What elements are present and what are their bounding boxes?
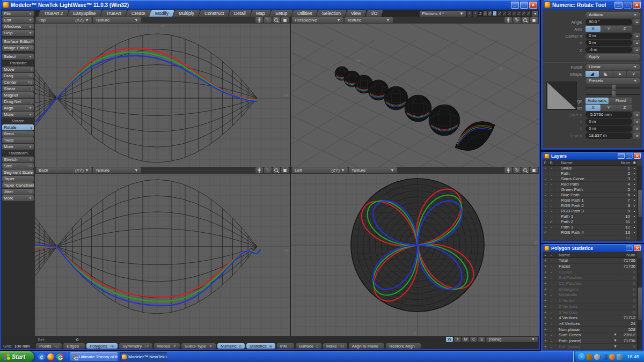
layer-box[interactable]	[488, 11, 492, 16]
menu-tab[interactable]: EasySpline	[67, 10, 101, 17]
layer-visibility-dot[interactable]: •	[632, 188, 637, 191]
col-background[interactable]: B	[548, 160, 554, 165]
fg-check[interactable]: -	[543, 171, 548, 176]
vmap-type-button[interactable]: S	[478, 337, 485, 342]
viewport-canvas-back[interactable]	[35, 174, 290, 336]
fg-check[interactable]: -	[543, 219, 548, 224]
view-type-dropdown[interactable]: Left(ZY) ▼	[292, 167, 348, 173]
select-minus-icon[interactable]: -	[548, 327, 554, 332]
layer-name[interactable]: RGB Path 2	[554, 203, 618, 208]
sidebar-menu[interactable]: Windows▼	[2, 24, 34, 29]
layer-row[interactable]: - - Sinus 1 •	[543, 166, 637, 171]
modeler-titlebar[interactable]: Modeler™ NewTek LightWave™ 11.0.3 (Win32…	[1, 0, 539, 10]
stats-titlebar[interactable]: Polygon Statistics _ ✕	[543, 244, 642, 252]
center-z-stepper[interactable]: ◂▸	[633, 47, 640, 53]
center-x-field[interactable]: 0 m	[586, 33, 632, 39]
bg-check[interactable]: -	[548, 225, 554, 230]
pan-icon[interactable]: ╋	[255, 17, 263, 23]
render-mode-dropdown[interactable]: Texture▼	[349, 167, 397, 173]
bg-check[interactable]: -	[548, 193, 554, 197]
vmap-dropdown[interactable]: (none)▼	[486, 337, 538, 342]
firefox-icon[interactable]	[47, 353, 54, 360]
menu-tab[interactable]: Multiply	[173, 10, 200, 17]
tool-button[interactable]: Stretchh	[2, 157, 34, 162]
zoom-icon[interactable]	[273, 17, 280, 23]
angle-stepper[interactable]: ◂▸	[633, 19, 640, 25]
start-z-field[interactable]: 0 m	[586, 125, 632, 132]
select-plus-icon[interactable]: +	[543, 310, 548, 315]
mode-button[interactable]: Numericn	[217, 343, 245, 349]
axis-y-button[interactable]: Y	[601, 26, 616, 32]
viewport-left[interactable]: -Y -Z	[291, 174, 539, 336]
angle-field[interactable]: 90.0 °	[586, 19, 632, 25]
select-plus-icon[interactable]: +	[543, 327, 548, 332]
bg-check[interactable]: -	[548, 209, 554, 213]
layer-row[interactable]: - - Path 1 10 •	[543, 214, 637, 219]
layer-visibility-dot[interactable]: •	[632, 172, 637, 175]
tray-icon[interactable]	[594, 354, 600, 360]
select-minus-icon[interactable]: -	[548, 304, 554, 309]
scrollbar-thumb[interactable]	[638, 190, 642, 217]
minimize-button[interactable]: _	[618, 153, 625, 159]
select-plus-icon[interactable]: +	[543, 281, 548, 286]
tool-button[interactable]: Shear|	[2, 86, 34, 92]
layer-box[interactable]	[526, 11, 531, 16]
layer-name[interactable]: Blue Path	[554, 193, 618, 197]
select-menu[interactable]: Select▼	[2, 54, 34, 60]
tool-button[interactable]: CenterF2	[2, 79, 34, 85]
stat-row[interactable]: + - Skelegons 0	[543, 286, 637, 292]
layer-name[interactable]: Path 3	[554, 225, 618, 230]
layer-visibility-dot[interactable]: •	[632, 182, 637, 186]
select-minus-icon[interactable]: -	[548, 270, 554, 275]
axis-x-button[interactable]: X	[586, 26, 601, 32]
layer-name[interactable]: Path 2	[554, 219, 618, 224]
layer-row[interactable]: - ✓ Path 2 11 •	[543, 219, 637, 225]
stat-row[interactable]: + - Non-planar 528	[543, 327, 637, 333]
layer-row[interactable]: ✓ - RGB Path 4 13 •	[543, 230, 637, 235]
tool-button[interactable]: Bend~	[2, 131, 34, 137]
pan-icon[interactable]: ╋	[504, 167, 512, 173]
mode-button[interactable]: Infoi	[277, 343, 294, 349]
vmap-type-button[interactable]: M	[462, 337, 469, 342]
layer-row[interactable]: - - Path 3 12 •	[543, 225, 637, 230]
menu-tab[interactable]: Selection	[316, 10, 347, 17]
range-automatic-button[interactable]: Automatic	[586, 98, 609, 104]
layer-box[interactable]	[502, 11, 507, 16]
fg-check[interactable]: -	[543, 166, 548, 171]
start-y-stepper[interactable]: ◂▸	[633, 119, 640, 125]
center-x-stepper[interactable]: ◂▸	[633, 33, 640, 39]
layer-name[interactable]: Path 1	[554, 214, 618, 219]
shape-ramp-up-icon[interactable]: ◢	[586, 71, 599, 77]
actions-dropdown[interactable]: Actions▼	[586, 12, 640, 18]
select-minus-icon[interactable]: -	[548, 338, 554, 343]
zoom-icon[interactable]	[522, 167, 529, 173]
layer-visibility-dot[interactable]: •	[632, 231, 637, 234]
layer-row[interactable]: - - Path 2 •	[543, 171, 637, 176]
stat-row[interactable]: + - >4 Vertices 24	[543, 321, 637, 327]
stat-row[interactable]: + - 1 Vertex 0	[543, 298, 637, 304]
select-plus-icon[interactable]: +	[543, 275, 548, 280]
select-plus-icon[interactable]: +	[543, 321, 548, 326]
presets-dropdown[interactable]: Presets▼	[586, 78, 640, 84]
stat-row[interactable]: + - 2 Vertices 0	[543, 304, 637, 310]
col-foreground[interactable]: F	[543, 160, 548, 165]
stat-row[interactable]: + - Metaballs 0	[543, 292, 637, 298]
tool-button[interactable]: Magnet:	[2, 92, 34, 98]
end-x-field[interactable]: 18.637 m	[586, 132, 632, 139]
layer-name[interactable]: -	[554, 235, 618, 240]
start-x-field[interactable]: -5.5736 mm	[586, 112, 632, 118]
fg-check[interactable]: -	[543, 187, 548, 192]
layer-row[interactable]: - - RGB Path 1 7 •	[543, 198, 637, 203]
layer-box[interactable]	[507, 11, 511, 16]
expand-viewport-icon[interactable]: ▣	[530, 167, 538, 173]
bg-check[interactable]: -	[548, 230, 554, 235]
zoom-icon[interactable]	[273, 167, 280, 173]
menu-tab[interactable]: I/O	[365, 10, 383, 17]
vmap-type-button[interactable]: T	[454, 337, 461, 342]
mode-button[interactable]: Makeret	[323, 343, 347, 349]
tool-button[interactable]: Movet	[2, 67, 34, 72]
tool-button[interactable]: Taper Constrain	[2, 182, 34, 188]
select-plus-icon[interactable]: +	[543, 298, 548, 303]
visibility-icon[interactable]: ◉	[632, 160, 637, 165]
bg-check[interactable]: -	[548, 198, 554, 203]
